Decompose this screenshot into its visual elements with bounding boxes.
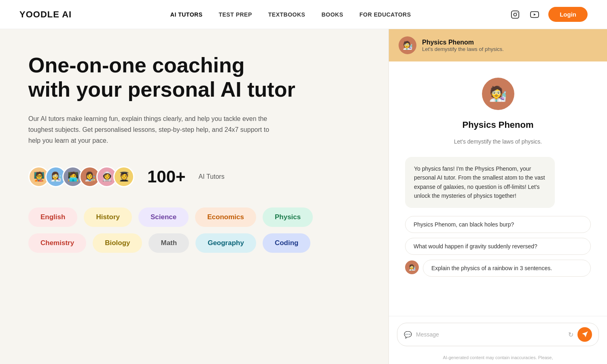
logo[interactable]: YOODLE AI	[19, 9, 72, 20]
svg-marker-3	[534, 13, 536, 16]
chat-input-box: 💬 ↻	[397, 323, 599, 346]
chat-suggestions: Physics Phenom, can black holes burp? Wh…	[401, 216, 595, 277]
subject-history[interactable]: History	[84, 207, 132, 227]
nav-ai-tutors[interactable]: AI TUTORS	[170, 11, 203, 18]
chat-disclaimer: AI-generated content may contain inaccur…	[389, 353, 607, 364]
login-button[interactable]: Login	[548, 7, 588, 22]
nav-links: AI TUTORS TEST PREP TEXTBOOKS BOOKS FOR …	[170, 11, 411, 18]
instagram-icon[interactable]	[509, 9, 521, 20]
main-content: One-on-one coaching with your personal A…	[0, 29, 607, 364]
subject-math[interactable]: Math	[149, 233, 189, 253]
subjects-row-1: English History Science Economics Physic…	[28, 207, 360, 227]
tutor-avatar-6: 🧑‍🎓	[113, 166, 134, 187]
refresh-icon[interactable]: ↻	[568, 331, 573, 339]
message-icon: 💬	[404, 331, 412, 339]
suggestion-3-row: 🧑‍🔬 Explain the physics of a rainbow in …	[405, 260, 591, 277]
left-panel: One-on-one coaching with your personal A…	[0, 29, 388, 364]
send-button[interactable]	[577, 327, 592, 342]
subject-geography[interactable]: Geography	[195, 233, 256, 253]
chat-body: 🧑‍🔬 Physics Phenom Let's demystify the l…	[389, 61, 607, 316]
chat-header-avatar: 🧑‍🔬	[399, 36, 416, 54]
nav-books[interactable]: BOOKS	[321, 11, 343, 18]
hero-description: Our AI tutors make learning fun, explain…	[28, 113, 271, 146]
chat-header: 🧑‍🔬 Physics Phenom Let's demystify the l…	[389, 29, 607, 61]
suggestion-3[interactable]: Explain the physics of a rainbow in 3 se…	[423, 260, 591, 277]
subject-science[interactable]: Science	[138, 207, 189, 227]
tutor-label: AI Tutors	[199, 173, 225, 180]
nav-test-prep[interactable]: TEST PREP	[219, 11, 252, 18]
svg-rect-0	[511, 11, 519, 18]
chat-center-name: Physics Phenom	[462, 120, 533, 130]
subject-physics[interactable]: Physics	[263, 207, 313, 227]
nav-right: Login	[509, 7, 588, 22]
subjects-row-2: Chemistry Biology Math Geography Coding	[28, 233, 360, 253]
youtube-icon[interactable]	[529, 9, 540, 20]
subject-english[interactable]: English	[28, 207, 77, 227]
subject-economics[interactable]: Economics	[195, 207, 256, 227]
chat-header-subtitle: Let's demystify the laws of physics.	[422, 46, 504, 52]
chat-header-info: Physics Phenom Let's demystify the laws …	[422, 39, 504, 52]
chat-center-desc: Let's demystify the laws of physics.	[454, 138, 542, 145]
navbar: YOODLE AI AI TUTORS TEST PREP TEXTBOOKS …	[0, 0, 607, 29]
suggestion-avatar: 🧑‍🔬	[405, 260, 419, 274]
svg-point-1	[514, 13, 516, 16]
chat-center-avatar: 🧑‍🔬	[482, 78, 514, 110]
chat-input[interactable]	[416, 331, 564, 338]
suggestion-2[interactable]: What would happen if gravity suddenly re…	[405, 238, 591, 255]
subjects-grid: English History Science Economics Physic…	[28, 207, 360, 253]
svg-point-2	[517, 12, 518, 13]
chat-input-area: 💬 ↻	[389, 316, 607, 353]
tutor-count: 100+	[147, 167, 186, 186]
subject-chemistry[interactable]: Chemistry	[28, 233, 86, 253]
hero-title: One-on-one coaching with your personal A…	[28, 53, 360, 102]
tutors-row: 🧑‍🏫 👩‍🔬 🧑‍💻 👩‍🎨 👩‍🚀 🧑‍🎓 100+ AI Tutors	[28, 166, 360, 187]
subject-biology[interactable]: Biology	[93, 233, 142, 253]
suggestion-1[interactable]: Physics Phenom, can black holes burp?	[405, 216, 591, 233]
svg-marker-5	[582, 332, 587, 337]
subject-coding[interactable]: Coding	[263, 233, 311, 253]
chat-intro-bubble: Yo physics fans! I'm the Physics Phenom,…	[405, 157, 555, 208]
nav-textbooks[interactable]: TEXTBOOKS	[268, 11, 306, 18]
nav-for-educators[interactable]: FOR EDUCATORS	[359, 11, 411, 18]
chat-header-title: Physics Phenom	[422, 39, 504, 46]
chat-panel: 🧑‍🔬 Physics Phenom Let's demystify the l…	[388, 29, 607, 364]
tutor-avatars: 🧑‍🏫 👩‍🔬 🧑‍💻 👩‍🎨 👩‍🚀 🧑‍🎓	[28, 166, 134, 187]
